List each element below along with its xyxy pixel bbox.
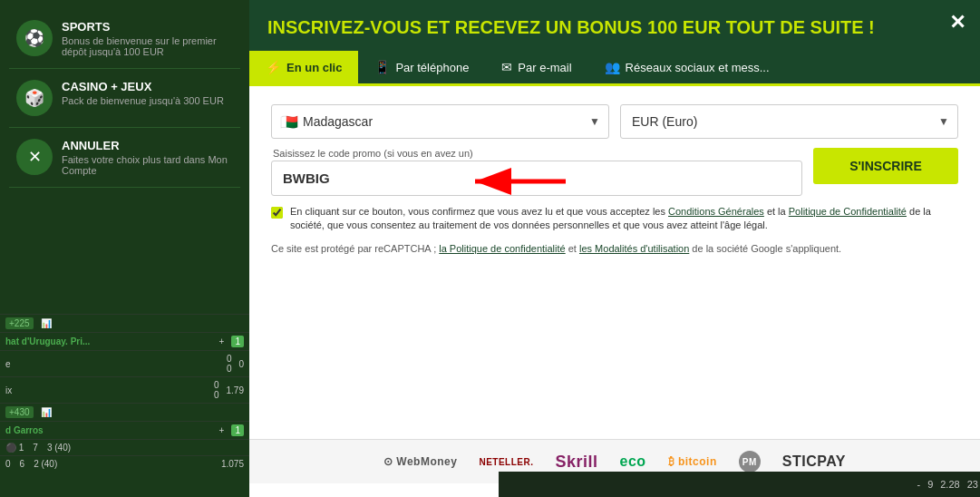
modal: INSCRIVEZ-VOUS ET RECEVEZ UN BONUS 100 E… — [249, 0, 980, 497]
tab-par-telephone[interactable]: 📱 Par téléphone — [358, 51, 485, 83]
tab-reseaux[interactable]: 👥 Réseaux sociaux et mess... — [588, 51, 786, 83]
score-row-5: ⚫ 1 7 3 (40) — [0, 439, 249, 455]
sports-title: SPORTS — [62, 20, 233, 34]
bitcoin-logo: ₿ bitcoin — [668, 455, 717, 468]
casino-icon: 🎲 — [16, 80, 53, 116]
team-label: hat d'Uruguay. Pri... + 1 — [0, 332, 249, 350]
recaptcha-text: Ce site est protégé par reCAPTCHA ; la P… — [271, 242, 958, 256]
garros-label: d Garros + 1 — [0, 421, 249, 439]
tab-en-un-clic[interactable]: ⚡ En un clic — [249, 51, 358, 83]
sidebar-item-annuler[interactable]: ✕ ANNULER Faites votre choix plus tard d… — [9, 128, 240, 188]
country-select-wrapper: 🇲🇬 Madagascar ▼ — [271, 104, 609, 139]
promo-label: Saisissez le code promo (si vous en avez… — [271, 148, 802, 159]
tab-par-telephone-label: Par téléphone — [395, 61, 469, 74]
sports-icon: ⚽ — [16, 20, 53, 56]
currency-select-wrapper: EUR (Euro) ▼ — [620, 104, 958, 139]
skrill-logo: Skrill — [556, 453, 598, 472]
annuler-title: ANNULER — [62, 139, 233, 152]
tab-reseaux-label: Réseaux sociaux et mess... — [626, 61, 770, 74]
webmoney-logo: ⊙ WebMoney — [383, 455, 457, 468]
recaptcha-link2[interactable]: les Modalités d'utilisation — [579, 243, 689, 254]
eco-logo: eco — [620, 453, 646, 470]
checkbox-row: En cliquant sur ce bouton, vous confirme… — [271, 205, 958, 233]
register-button[interactable]: S'INSCRIRE — [813, 148, 958, 184]
politique-link[interactable]: Politique de Confidentialité — [789, 206, 907, 217]
promo-field-section: Saisissez le code promo (si vous en avez… — [271, 148, 802, 196]
score-row-2: e 0 0 0 — [0, 350, 249, 376]
annuler-icon: ✕ — [16, 139, 53, 175]
tab-bar: ⚡ En un clic 📱 Par téléphone ✉ Par e-mai… — [249, 51, 980, 86]
phone-icon: 📱 — [374, 60, 390, 74]
lightning-icon: ⚡ — [266, 60, 281, 74]
modal-title: INSCRIVEZ-VOUS ET RECEVEZ UN BONUS 100 E… — [267, 16, 962, 38]
tab-par-email-label: Par e-mail — [518, 61, 571, 74]
wide-bottom-bar: - 9 2.28 23 1.615 2.41 -3.5+ 1.552 Total… — [499, 472, 980, 497]
casino-title: CASINO + JEUX — [62, 80, 224, 93]
sidebar: ⚽ SPORTS Bonus de bienvenue sur le premi… — [0, 0, 249, 497]
close-button[interactable]: ✕ — [949, 11, 965, 34]
recaptcha-link1[interactable]: la Politique de confidentialité — [439, 243, 565, 254]
red-arrow-icon — [471, 168, 570, 195]
sports-description: Bonus de bienvenue sur le premier dépôt … — [62, 35, 233, 57]
checkbox-text: En cliquant sur ce bouton, vous confirme… — [290, 205, 958, 233]
casino-description: Pack de bienvenue jusqu'à 300 EUR — [62, 95, 224, 106]
country-select[interactable]: Madagascar — [271, 104, 609, 139]
modal-body: 🇲🇬 Madagascar ▼ EUR (Euro) ▼ Saisissez l… — [249, 86, 980, 439]
sidebar-item-casino[interactable]: 🎲 CASINO + JEUX Pack de bienvenue jusqu'… — [9, 69, 240, 128]
annuler-description: Faites votre choix plus tard dans Mon Co… — [62, 154, 233, 176]
country-currency-row: 🇲🇬 Madagascar ▼ EUR (Euro) ▼ — [271, 104, 958, 139]
neteller-logo: NETELLER. — [479, 457, 533, 467]
promo-register-row: Saisissez le code promo (si vous en avez… — [271, 148, 958, 196]
conditions-link[interactable]: Conditions Générales — [668, 206, 764, 217]
score-badge: +225 — [5, 317, 34, 329]
social-icon: 👥 — [605, 60, 620, 74]
email-icon: ✉ — [501, 60, 512, 74]
tab-en-un-clic-label: En un clic — [286, 61, 342, 74]
terms-checkbox[interactable] — [271, 207, 283, 219]
currency-select[interactable]: EUR (Euro) — [620, 104, 958, 139]
sidebar-item-sports[interactable]: ⚽ SPORTS Bonus de bienvenue sur le premi… — [9, 9, 240, 69]
score-row-1: +225 📊 — [0, 314, 249, 332]
score-row-3: ix 0 0 1.79 — [0, 376, 249, 403]
sticpay-logo: STICPAY — [782, 453, 846, 470]
madagascar-flag: 🇲🇬 — [280, 113, 298, 131]
score-row-6: 0 6 2 (40) 1.075 — [0, 455, 249, 472]
tab-par-email[interactable]: ✉ Par e-mail — [485, 51, 587, 83]
score-row-4: +430 📊 — [0, 403, 249, 421]
score-badge-2: +430 — [5, 406, 34, 418]
red-arrow-container — [471, 168, 570, 199]
pm-logo: PM — [739, 451, 761, 473]
modal-header: INSCRIVEZ-VOUS ET RECEVEZ UN BONUS 100 E… — [249, 0, 980, 51]
